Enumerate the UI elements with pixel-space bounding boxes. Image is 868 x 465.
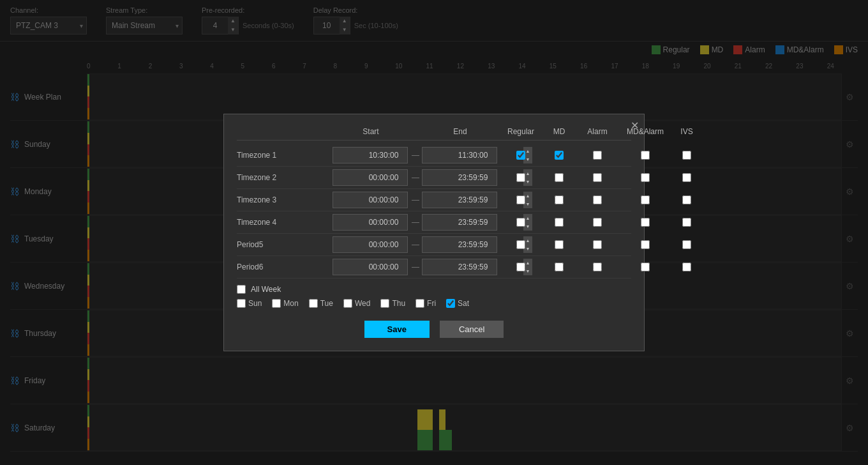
day-tue-checkbox[interactable]	[309, 299, 318, 308]
tz5-md-checkbox[interactable]	[555, 240, 564, 249]
cancel-button[interactable]: Cancel	[440, 321, 504, 338]
tz3-ivs-checkbox[interactable]	[682, 195, 691, 204]
day-mon: Mon	[272, 299, 298, 308]
col-header-md-alarm: MD&Alarm	[620, 127, 671, 136]
tz5-alarm-check[interactable]	[575, 240, 620, 249]
tz3-dash: —	[409, 195, 422, 204]
tz1-alarm-checkbox[interactable]	[593, 151, 602, 160]
timezone-row-1: Timezone 1 ▲ ▼ — ▲ ▼	[237, 144, 631, 167]
day-wed-checkbox[interactable]	[343, 299, 352, 308]
tz6-md-alarm-checkbox[interactable]	[641, 263, 650, 271]
tz6-md-check[interactable]	[543, 263, 575, 271]
tz6-alarm-check[interactable]	[575, 263, 620, 271]
tz2-md-alarm-checkbox[interactable]	[641, 173, 650, 182]
tz1-alarm-check[interactable]	[575, 151, 620, 160]
tz1-regular-checkbox[interactable]	[516, 151, 525, 160]
tz2-regular-check[interactable]	[498, 173, 543, 182]
tz2-md-alarm-check[interactable]	[620, 173, 671, 182]
tz1-md-checkbox[interactable]	[555, 151, 564, 160]
day-fri-checkbox[interactable]	[415, 299, 424, 308]
tz3-alarm-check[interactable]	[575, 195, 620, 204]
tz5-md-alarm-check[interactable]	[620, 240, 671, 249]
tz4-dash: —	[409, 218, 422, 227]
tz6-end-input[interactable]: ▲ ▼	[422, 259, 497, 275]
all-week-checkbox[interactable]	[237, 285, 246, 294]
tz1-ivs-check[interactable]	[671, 151, 703, 160]
tz2-end-input[interactable]: ▲ ▼	[422, 169, 497, 186]
tz2-ivs-checkbox[interactable]	[682, 173, 691, 182]
tz1-start-input[interactable]: ▲ ▼	[333, 147, 408, 164]
tz1-ivs-checkbox[interactable]	[682, 151, 691, 160]
tz6-label: Period6	[237, 263, 333, 271]
tz3-regular-checkbox[interactable]	[516, 195, 525, 204]
tz3-md-check[interactable]	[543, 195, 575, 204]
tz3-md-checkbox[interactable]	[555, 195, 564, 204]
day-wed: Wed	[343, 299, 370, 308]
tz1-md-check[interactable]	[543, 151, 575, 160]
tz1-regular-check[interactable]	[498, 151, 543, 160]
tz4-md-alarm-check[interactable]	[620, 218, 671, 227]
tz2-md-check[interactable]	[543, 173, 575, 182]
tz5-ivs-check[interactable]	[671, 240, 703, 249]
tz2-start-input[interactable]: ▲ ▼	[333, 169, 408, 186]
tz4-regular-checkbox[interactable]	[516, 218, 525, 227]
tz5-dash: —	[409, 240, 422, 249]
tz3-md-alarm-checkbox[interactable]	[641, 195, 650, 204]
tz4-alarm-checkbox[interactable]	[593, 218, 602, 227]
tz3-ivs-check[interactable]	[671, 195, 703, 204]
tz4-md-alarm-checkbox[interactable]	[641, 218, 650, 227]
tz4-end-input[interactable]: ▲ ▼	[422, 214, 497, 231]
tz2-md-checkbox[interactable]	[555, 173, 564, 182]
tz2-alarm-check[interactable]	[575, 173, 620, 182]
tz6-ivs-checkbox[interactable]	[682, 263, 691, 271]
tz5-start-input[interactable]: ▲ ▼	[333, 236, 408, 253]
tz4-start-input[interactable]: ▲ ▼	[333, 214, 408, 231]
tz5-regular-check[interactable]	[498, 240, 543, 249]
tz1-md-alarm-check[interactable]	[620, 151, 671, 160]
col-header-start: Start	[333, 127, 409, 136]
tz3-alarm-checkbox[interactable]	[593, 195, 602, 204]
tz3-regular-check[interactable]	[498, 195, 543, 204]
day-thu-checkbox[interactable]	[380, 299, 389, 308]
tz4-ivs-checkbox[interactable]	[682, 218, 691, 227]
tz6-dash: —	[409, 263, 422, 271]
day-sun-label: Sun	[248, 299, 262, 308]
day-sat-label: Sat	[458, 299, 469, 308]
tz2-ivs-check[interactable]	[671, 173, 703, 182]
modal-table-header: Start End Regular MD Alarm MD&Alarm IVS	[237, 127, 631, 141]
tz6-ivs-check[interactable]	[671, 263, 703, 271]
day-tue-label: Tue	[320, 299, 333, 308]
tz3-start-input[interactable]: ▲ ▼	[333, 192, 408, 208]
day-sun-checkbox[interactable]	[237, 299, 246, 308]
tz4-regular-check[interactable]	[498, 218, 543, 227]
tz6-regular-checkbox[interactable]	[516, 263, 525, 271]
day-mon-checkbox[interactable]	[272, 299, 281, 308]
tz5-ivs-checkbox[interactable]	[682, 240, 691, 249]
tz5-md-check[interactable]	[543, 240, 575, 249]
tz6-md-checkbox[interactable]	[555, 263, 564, 271]
tz2-alarm-checkbox[interactable]	[593, 173, 602, 182]
tz1-end-input[interactable]: ▲ ▼	[422, 147, 497, 164]
tz4-ivs-check[interactable]	[671, 218, 703, 227]
tz5-end-input[interactable]: ▲ ▼	[422, 236, 497, 253]
day-thu: Thu	[380, 299, 405, 308]
tz4-md-check[interactable]	[543, 218, 575, 227]
tz1-md-alarm-checkbox[interactable]	[641, 151, 650, 160]
tz2-regular-checkbox[interactable]	[516, 173, 525, 182]
modal-close-button[interactable]: ✕	[631, 119, 639, 132]
tz4-md-checkbox[interactable]	[555, 218, 564, 227]
tz5-md-alarm-checkbox[interactable]	[641, 240, 650, 249]
tz6-md-alarm-check[interactable]	[620, 263, 671, 271]
col-header-end: End	[422, 127, 498, 136]
tz6-regular-check[interactable]	[498, 263, 543, 271]
tz3-md-alarm-check[interactable]	[620, 195, 671, 204]
tz6-start-input[interactable]: ▲ ▼	[333, 259, 408, 275]
save-button[interactable]: Save	[364, 321, 430, 338]
tz5-alarm-checkbox[interactable]	[593, 240, 602, 249]
tz5-label: Period5	[237, 240, 333, 249]
tz3-end-input[interactable]: ▲ ▼	[422, 192, 497, 208]
tz4-alarm-check[interactable]	[575, 218, 620, 227]
tz6-alarm-checkbox[interactable]	[593, 263, 602, 271]
tz5-regular-checkbox[interactable]	[516, 240, 525, 249]
day-sat-checkbox[interactable]	[446, 299, 455, 308]
